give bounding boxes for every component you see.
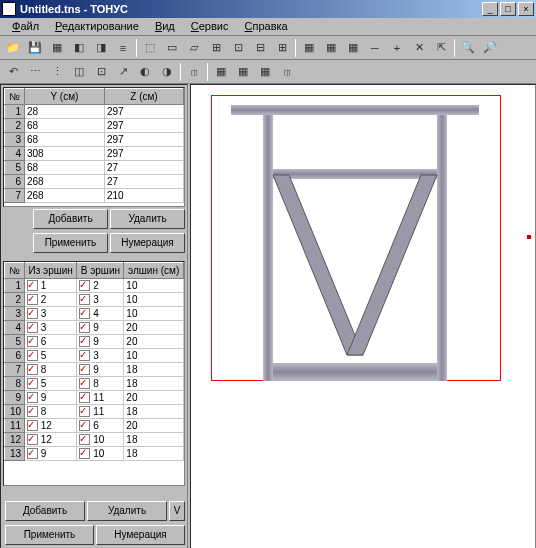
tb2-btn-6[interactable]: ◐	[135, 62, 155, 82]
tb2-btn-3[interactable]: ◫	[69, 62, 89, 82]
tb1-btn-19[interactable]: +	[387, 38, 407, 58]
tb1-btn-24[interactable]: 🔎	[480, 38, 500, 58]
menu-help[interactable]: Справка	[236, 18, 295, 35]
tb1-btn-8[interactable]: ▭	[162, 38, 182, 58]
check-icon	[27, 350, 38, 361]
tb1-btn-23[interactable]: 🔍	[458, 38, 478, 58]
table-row[interactable]: 8	[5, 377, 25, 391]
close-button[interactable]: ×	[518, 2, 534, 16]
table-row[interactable]: 2	[5, 119, 25, 133]
check-icon	[27, 420, 38, 431]
tb1-btn-11[interactable]: ⊡	[228, 38, 248, 58]
numbering-button-2[interactable]: Нумерация	[96, 525, 185, 545]
check-icon	[27, 280, 38, 291]
table-row[interactable]: 11	[5, 419, 25, 433]
numbering-button[interactable]: Нумерация	[110, 233, 185, 253]
workspace: № Y (см) Z (см) 128297268297368297430829…	[0, 84, 536, 548]
tb2-btn-4[interactable]: ⊡	[91, 62, 111, 82]
check-icon	[79, 378, 90, 389]
check-icon	[79, 420, 90, 431]
col-to[interactable]: В эршин	[77, 263, 124, 279]
col-y[interactable]: Y (см)	[25, 89, 105, 105]
col-n2[interactable]: №	[5, 263, 25, 279]
table-row[interactable]: 3	[5, 133, 25, 147]
minimize-button[interactable]: _	[482, 2, 498, 16]
tb1-btn-4[interactable]: ◨	[91, 38, 111, 58]
table-row[interactable]: 4	[5, 147, 25, 161]
tb1-btn-3[interactable]: ◧	[69, 38, 89, 58]
check-icon	[79, 350, 90, 361]
titlebar: Untitled.tns - ТОНУС _ □ ×	[0, 0, 536, 18]
maximize-button[interactable]: □	[500, 2, 516, 16]
table-row[interactable]: 7	[5, 189, 25, 203]
tb1-btn-18[interactable]: ─	[365, 38, 385, 58]
menu-service[interactable]: Сервис	[183, 18, 237, 35]
tb2-btn-14[interactable]: ⎅	[277, 62, 297, 82]
tb1-btn-10[interactable]: ⊞	[206, 38, 226, 58]
vertices-table[interactable]: № Y (см) Z (см) 128297268297368297430829…	[3, 87, 185, 207]
tb2-btn-7[interactable]: ◑	[157, 62, 177, 82]
tb1-btn-17[interactable]: ▦	[343, 38, 363, 58]
table-row[interactable]: 6	[5, 349, 25, 363]
menu-view[interactable]: Вид	[147, 18, 183, 35]
col-from[interactable]: Из эршин	[25, 263, 77, 279]
delete-button-2[interactable]: Удалить	[87, 501, 167, 521]
table-row[interactable]: 7	[5, 363, 25, 377]
tb1-btn-12[interactable]: ⊟	[250, 38, 270, 58]
tb2-btn-1[interactable]: ⋯	[25, 62, 45, 82]
col-z[interactable]: Z (см)	[104, 89, 183, 105]
tb1-btn-20[interactable]: ✕	[409, 38, 429, 58]
tb2-btn-2[interactable]: ⋮	[47, 62, 67, 82]
tb1-btn-13[interactable]: ⊞	[272, 38, 292, 58]
tb2-btn-11[interactable]: ▦	[211, 62, 231, 82]
tb1-btn-2[interactable]: ▦	[47, 38, 67, 58]
check-icon	[79, 448, 90, 459]
check-icon	[79, 406, 90, 417]
table-row[interactable]: 2	[5, 293, 25, 307]
add-button-2[interactable]: Добавить	[5, 501, 85, 521]
col-n[interactable]: №	[5, 89, 25, 105]
edges-table[interactable]: № Из эршин В эршин элшин (см) 1 1 2102 2…	[3, 261, 185, 486]
tb1-btn-21[interactable]: ⇱	[431, 38, 451, 58]
tb1-btn-15[interactable]: ▦	[299, 38, 319, 58]
edges-buttons-1: Добавить Удалить V	[5, 501, 185, 521]
table-row[interactable]: 5	[5, 335, 25, 349]
menu-file[interactable]: Файл	[4, 18, 47, 35]
marker-dot	[527, 235, 531, 239]
drawing-canvas[interactable]	[190, 84, 536, 548]
col-w[interactable]: элшин (см)	[124, 263, 184, 279]
edges-buttons-2: Применить Нумерация	[5, 525, 185, 545]
table-row[interactable]: 10	[5, 405, 25, 419]
svg-marker-1	[347, 175, 437, 355]
menu-edit[interactable]: Редактирование	[47, 18, 147, 35]
tb2-btn-5[interactable]: ↗	[113, 62, 133, 82]
tb1-btn-9[interactable]: ▱	[184, 38, 204, 58]
tb1-btn-5[interactable]: ≡	[113, 38, 133, 58]
table-row[interactable]: 1	[5, 279, 25, 293]
side-panel: № Y (см) Z (см) 128297268297368297430829…	[0, 84, 188, 548]
v-button[interactable]: V	[169, 501, 185, 521]
table-row[interactable]: 9	[5, 391, 25, 405]
add-button[interactable]: Добавить	[33, 209, 108, 229]
tb1-btn-1[interactable]: 💾	[25, 38, 45, 58]
table-row[interactable]: 1	[5, 105, 25, 119]
table-row[interactable]: 12	[5, 433, 25, 447]
toolbar-1: 📁💾▦◧◨≡⬚▭▱⊞⊡⊟⊞▦▦▦─+✕⇱🔍🔎	[0, 36, 536, 60]
tb2-btn-0[interactable]: ↶	[3, 62, 23, 82]
table-row[interactable]: 4	[5, 321, 25, 335]
check-icon	[79, 280, 90, 291]
delete-button[interactable]: Удалить	[110, 209, 185, 229]
apply-button-2[interactable]: Применить	[5, 525, 94, 545]
tb2-btn-13[interactable]: ▦	[255, 62, 275, 82]
table-row[interactable]: 6	[5, 175, 25, 189]
table-row[interactable]: 3	[5, 307, 25, 321]
apply-button[interactable]: Применить	[33, 233, 108, 253]
table-row[interactable]: 13	[5, 447, 25, 461]
tb1-btn-7[interactable]: ⬚	[140, 38, 160, 58]
tb1-btn-0[interactable]: 📁	[3, 38, 23, 58]
check-icon	[79, 364, 90, 375]
table-row[interactable]: 5	[5, 161, 25, 175]
tb2-btn-12[interactable]: ▦	[233, 62, 253, 82]
tb2-btn-9[interactable]: ⎅	[184, 62, 204, 82]
tb1-btn-16[interactable]: ▦	[321, 38, 341, 58]
